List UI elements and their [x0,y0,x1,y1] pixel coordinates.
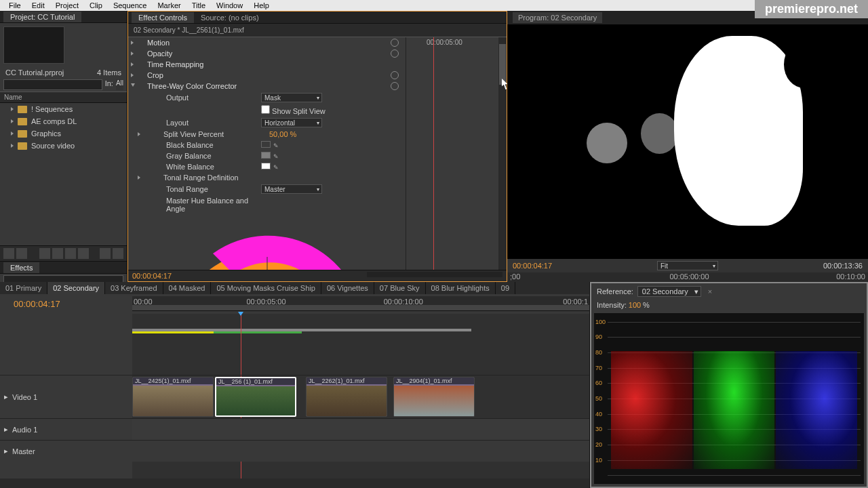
timeline-clip[interactable]: JL__2262(1)_01.mxf [306,377,387,417]
name-column-header[interactable]: Name [0,92,127,103]
program-duration: 00:00:13:36 [823,262,863,270]
seq-tab[interactable]: 09 [496,282,515,294]
show-split-view-checkbox[interactable] [261,105,270,114]
master-track-header[interactable]: ▸Master [0,440,132,462]
find-button[interactable] [39,248,50,259]
current-timecode[interactable]: 00:00:04:17 [132,272,172,280]
program-monitor[interactable] [507,24,868,259]
timeline-current-tc[interactable]: 00:00:04:17 [0,296,132,312]
menu-project[interactable]: Project [50,1,84,9]
timeline-track-area[interactable]: JL__2425(1)_01.mxf JL__256 (1)_01.mxf JL… [132,314,589,479]
menu-title[interactable]: Title [186,1,211,9]
project-tab[interactable]: Project: CC Tutorial [3,12,81,22]
folder-icon [18,118,27,125]
zoom-bar[interactable] [132,305,589,310]
eyedropper-icon[interactable]: ✎ [273,142,279,149]
program-current-tc[interactable]: 00:00:04:17 [513,262,552,270]
effect-controls-timeline[interactable]: 00:00:05:00 [406,37,507,270]
effect-controls-tab[interactable]: Effect Controls [132,12,194,23]
watermark: premierepro.net [755,0,868,18]
output-label: Output [132,94,261,102]
menu-window[interactable]: Window [211,1,248,9]
black-balance-label: Black Balance [132,141,261,149]
effects-tab[interactable]: Effects [3,262,39,273]
color-wheel[interactable] [152,220,382,270]
bin-source-video[interactable]: Source video [0,140,127,152]
menu-bar[interactable]: File Edit Project Clip Sequence Marker T… [0,0,868,11]
eyedropper-icon[interactable]: ✎ [273,153,279,160]
new-item-button[interactable] [65,248,76,259]
menu-sequence[interactable]: Sequence [108,1,153,9]
menu-help[interactable]: Help [248,1,275,9]
reset-icon[interactable] [391,71,399,79]
rgb-parade-scope[interactable]: 100 90 80 70 60 50 40 30 20 10 [594,313,864,484]
timeline-ruler[interactable]: 00:00 00:00:05:00 00:00:10:00 00:00:1 [132,296,589,311]
seq-tab[interactable]: 02 Secondary [47,282,105,294]
clip-path-header: 02 Secondary * JL__2561(1)_01.mxf [128,24,507,37]
horizontal-scrollbar[interactable] [0,479,589,488]
delete-button[interactable] [78,248,89,259]
zoom-slider[interactable] [367,272,502,277]
timeline-clip[interactable]: JL__2425(1)_01.mxf [132,377,214,417]
folder-icon [18,142,27,150]
seq-tab[interactable]: 01 Primary [0,282,47,294]
eyedropper-icon[interactable]: ✎ [273,164,279,171]
reset-icon[interactable] [391,82,399,90]
timeline-panel: 01 Primary 02 Secondary 03 Keyframed 04 … [0,282,590,488]
menu-marker[interactable]: Marker [152,1,186,9]
white-balance-swatch[interactable] [261,163,271,169]
bin-sequences[interactable]: ! Sequences [0,103,127,115]
menu-file[interactable]: File [3,1,26,9]
layout-dropdown[interactable]: Horizontal [261,118,322,127]
audio-track-header[interactable]: ▸Audio 1 [0,418,132,440]
black-balance-swatch[interactable] [261,141,271,148]
chevron-right-icon [11,131,14,136]
program-time-ruler[interactable]: ;00 00:05:00:00 00:10:00 [507,272,868,282]
chevron-right-icon [11,107,14,111]
motion-effect[interactable]: Motion [128,37,406,48]
project-search-input[interactable] [3,79,102,90]
menu-clip[interactable]: Clip [84,1,108,9]
crop-effect[interactable]: Crop [128,70,406,81]
reset-icon[interactable] [391,39,399,47]
program-monitor-panel: Program: 02 Secondary 00:00:04:17 Fit 00… [507,11,868,282]
timeline-clip[interactable]: JL__256 (1)_01.mxf [215,377,296,417]
in-filter-dropdown[interactable]: All [116,79,123,90]
seq-tab[interactable]: 05 Moving Masks Cruise Ship [211,282,321,294]
icon-view-button[interactable] [16,248,27,259]
program-title[interactable]: Program: 02 Secondary [513,12,602,23]
folder-icon [18,106,27,113]
tonal-range-dropdown[interactable]: Master [261,184,322,194]
bin-ae-comps[interactable]: AE comps DL [0,115,127,127]
bin-graphics[interactable]: Graphics [0,127,127,140]
playhead-indicator[interactable] [433,37,434,270]
timeline-clip[interactable]: JL__2904(1)_01.mxf [393,377,475,417]
reference-scope-panel: Reference: 02 Secondary × Intensity: 100… [590,282,868,488]
list-view-button[interactable] [3,248,14,259]
menu-edit[interactable]: Edit [26,1,50,9]
next-button[interactable] [113,248,123,259]
video-track-header[interactable]: ▸Video 1 [0,375,132,418]
prev-button[interactable] [100,248,111,259]
seq-tab[interactable]: 07 Blue Sky [374,282,426,294]
intensity-value[interactable]: 100 [629,301,641,309]
output-dropdown[interactable]: Mask [261,93,322,102]
seq-tab[interactable]: 06 Vignettes [321,282,374,294]
zoom-dropdown[interactable]: Fit [657,261,718,270]
opacity-effect[interactable]: Opacity [128,48,406,59]
split-view-percent-value[interactable]: 50,00 % [269,130,401,138]
new-bin-button[interactable] [52,248,63,259]
project-thumbnail [3,26,64,64]
seq-tab[interactable]: 03 Keyframed [105,282,163,294]
reset-icon[interactable] [391,49,399,58]
seq-tab[interactable]: 08 Blur Highlights [426,282,496,294]
vertical-scrollbar[interactable] [498,37,507,270]
close-icon[interactable]: × [708,287,712,296]
three-way-cc-effect[interactable]: Three-Way Color Corrector [128,81,406,92]
reference-dropdown[interactable]: 02 Secondary [637,286,701,297]
time-remapping-effect[interactable]: Time Remapping [128,59,406,70]
gray-balance-label: Gray Balance [132,152,261,160]
seq-tab[interactable]: 04 Masked [163,282,212,294]
gray-balance-swatch[interactable] [261,152,271,159]
source-tab[interactable]: Source: (no clips) [194,12,266,23]
